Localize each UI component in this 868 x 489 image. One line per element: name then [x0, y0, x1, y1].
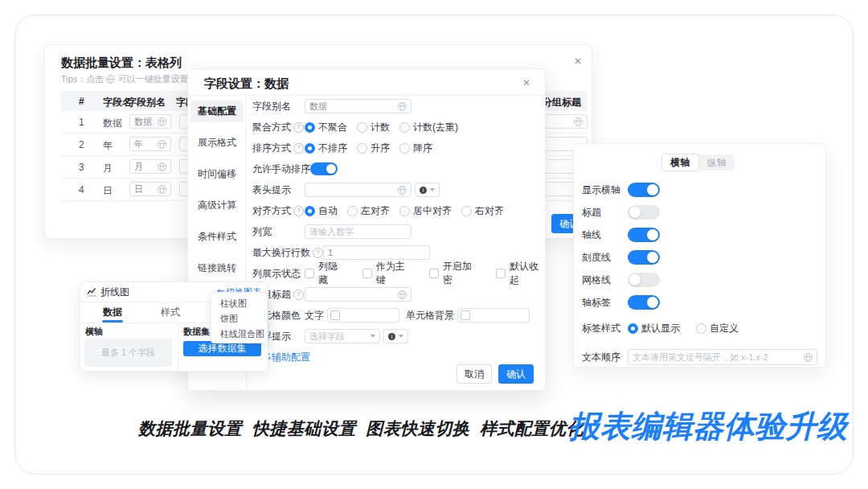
help-icon[interactable] [293, 143, 304, 154]
form-row-align: 对齐方式 自动 左对齐 居中对齐 右对齐 [252, 200, 545, 221]
menu-item-link-jump[interactable]: 链接跳转 [188, 253, 246, 284]
text-color-label: 文字 [305, 309, 324, 323]
axis-label-toggle[interactable] [628, 295, 660, 310]
alias-input[interactable]: 月 [129, 159, 171, 174]
form-row-manual-sort: 允许手动排序 [252, 158, 545, 179]
form-row-cell-color: 单元格颜色 文字 单元格背景 [252, 305, 545, 326]
help-icon[interactable] [293, 122, 304, 133]
tip-type-select[interactable] [415, 183, 440, 197]
radio-count[interactable]: 计数 [357, 121, 390, 134]
form-row-col-width: 列宽 请输入数字 [252, 221, 545, 242]
axis-line-toggle[interactable] [628, 228, 660, 242]
batch-dialog-tips: Tips：点击 可以一键批量设置 [61, 73, 188, 85]
radio-sort-desc[interactable]: 降序 [399, 142, 432, 155]
radio-no-aggregate[interactable]: 不聚合 [305, 121, 347, 134]
globe-icon[interactable] [158, 185, 166, 194]
menu-item-time-offset[interactable]: 时间偏移 [188, 158, 246, 190]
globe-icon[interactable] [398, 186, 407, 195]
globe-icon[interactable] [398, 290, 407, 299]
radio-align-auto[interactable]: 自动 [305, 204, 338, 218]
radio-align-left[interactable]: 左对齐 [347, 204, 390, 218]
form-row-hover-tip: 悬浮提示 选择字段 [252, 326, 545, 347]
group-title-input[interactable] [305, 287, 411, 302]
row-title: 标题 [582, 201, 817, 224]
globe-icon[interactable] [574, 117, 583, 126]
help-icon[interactable] [293, 206, 304, 216]
globe-icon[interactable] [158, 162, 166, 171]
row-grid-line: 网格线 [582, 269, 817, 291]
help-icon[interactable] [293, 290, 304, 300]
radio-default-display[interactable]: 默认显示 [628, 322, 680, 335]
form-row-alias: 字段别名 数据 [252, 96, 545, 117]
row-text-order: 文本顺序 文本请用英文逗号隔开，如 x-1,x-2 [582, 343, 817, 372]
radio-align-center[interactable]: 居中对齐 [399, 204, 452, 218]
cancel-button[interactable]: 取消 [457, 364, 492, 384]
radio-no-sort[interactable]: 不排序 [305, 142, 347, 155]
text-color-picker[interactable] [327, 308, 399, 323]
bg-color-picker[interactable] [457, 308, 530, 323]
field-select[interactable]: 选择字段 [305, 329, 380, 343]
close-icon[interactable] [522, 78, 530, 88]
radio-count-distinct[interactable]: 计数(去重) [399, 121, 458, 134]
menu-item-bar-line-chart[interactable]: 柱线混合图 [211, 327, 267, 342]
headline-text: 报表编辑器体验升级 [569, 406, 848, 447]
chevron-down-icon [371, 335, 375, 338]
menu-item-conditional-style[interactable]: 条件样式 [188, 221, 246, 253]
header-tip-input[interactable] [305, 183, 411, 197]
tab-vertical-axis[interactable]: 纵轴 [699, 154, 735, 171]
max-lines-input[interactable]: 1 [323, 245, 430, 260]
menu-item-advanced-calc[interactable]: 高级计算 [188, 190, 246, 221]
info-icon [420, 187, 427, 194]
globe-icon[interactable] [158, 140, 166, 149]
x-axis-field-dropzone[interactable]: 最多 1 个字段 [84, 339, 172, 367]
checkbox-hide-column[interactable]: 列隐藏 [305, 260, 345, 287]
col-width-input[interactable]: 请输入数字 [305, 224, 411, 239]
confirm-button[interactable]: 确认 [498, 364, 534, 384]
title-toggle[interactable] [628, 205, 660, 220]
form-row-display-state: 列展示状态 列隐藏 作为主键 开启加密 默认收起 [252, 263, 545, 284]
row-tick-line: 刻度线 [582, 246, 817, 269]
menu-item-pie-chart[interactable]: 饼图 [211, 311, 267, 327]
checkbox-primary-key[interactable]: 作为主键 [362, 260, 411, 287]
text-order-input[interactable]: 文本请用英文逗号隔开，如 x-1,x-2 [628, 349, 817, 365]
globe-icon[interactable] [158, 117, 166, 126]
tab-horizontal-axis[interactable]: 横轴 [661, 154, 699, 171]
radio-custom[interactable]: 自定义 [696, 322, 739, 335]
row-label-style: 标签样式 默认显示 自定义 [582, 314, 817, 343]
tip-type-select[interactable] [383, 329, 408, 343]
divider [178, 323, 178, 373]
alias-input[interactable]: 数据 [129, 114, 171, 129]
checkbox-encrypt[interactable]: 开启加密 [429, 260, 478, 287]
field-dialog-form: 字段别名 数据 聚合方式 不聚合 计数 计数(去重) 排序方式 不排序 升序 降… [246, 96, 545, 368]
bg-color-label: 单元格背景 [406, 309, 454, 323]
checkbox-collapse-default[interactable]: 默认收起 [496, 260, 545, 287]
alias-input[interactable]: 日 [129, 182, 171, 196]
menu-item-bar-chart[interactable]: 柱状图 [211, 296, 267, 311]
show-axis-toggle[interactable] [628, 183, 660, 197]
menu-item-basic-config[interactable]: 基础配置 [188, 96, 246, 127]
chevron-down-icon [430, 188, 435, 191]
form-row-header-tip: 表头提示 [252, 179, 545, 200]
chevron-down-icon [399, 335, 403, 338]
axis-settings-rows: 显示横轴 标题 轴线 刻度线 网格线 轴标签 标签样式 默认显示 自定义 [582, 179, 817, 372]
globe-icon[interactable] [804, 353, 813, 362]
chart-panel-title: 折线图 [100, 286, 129, 299]
tab-data[interactable]: 数据 [103, 302, 122, 323]
help-icon[interactable] [313, 248, 323, 258]
radio-sort-asc[interactable]: 升序 [357, 142, 390, 155]
axis-tab-group: 横轴 纵轴 [662, 154, 735, 171]
close-icon[interactable] [574, 56, 582, 66]
tick-line-toggle[interactable] [628, 250, 660, 265]
dialog-header: 字段设置：数据 [188, 69, 545, 96]
alias-input[interactable]: 数据 [305, 99, 411, 113]
grid-line-toggle[interactable] [628, 273, 660, 287]
x-axis-label: 横轴 [85, 326, 103, 338]
radio-align-right[interactable]: 右对齐 [461, 204, 504, 218]
globe-icon[interactable] [398, 102, 407, 111]
axis-settings-panel: 横轴 纵轴 显示横轴 标题 轴线 刻度线 网格线 轴标签 标签样式 [573, 143, 826, 368]
tab-style[interactable]: 样式 [161, 302, 180, 323]
menu-item-display-format[interactable]: 展示格式 [188, 127, 246, 158]
field-dialog-title: 字段设置：数据 [204, 76, 289, 92]
alias-input[interactable]: 年 [129, 137, 171, 151]
manual-sort-toggle[interactable] [310, 162, 338, 175]
